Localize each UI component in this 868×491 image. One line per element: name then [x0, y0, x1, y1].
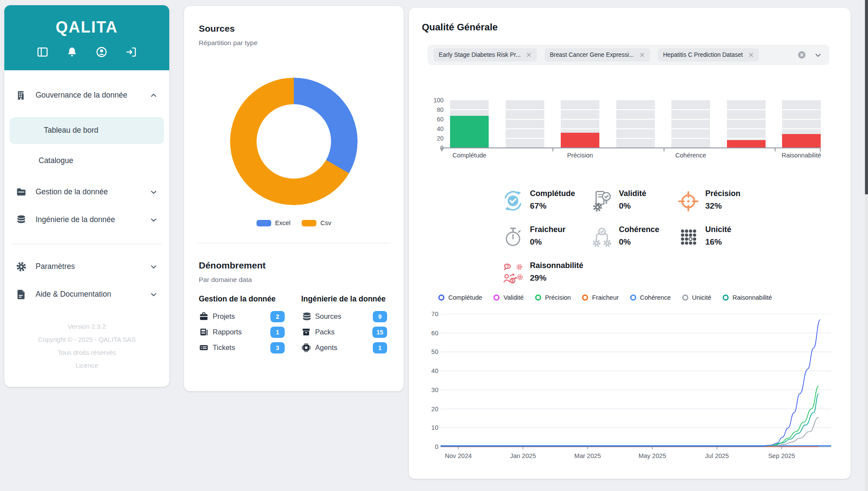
count-group-title: Ingénierie de la donnée	[301, 294, 387, 304]
chip-close-icon[interactable]	[748, 52, 754, 58]
sidebar-item-label: Catalogue	[39, 155, 136, 167]
count-badge: 9	[373, 311, 387, 322]
metric-cohérence: Cohérence0%	[590, 225, 659, 249]
count-group-1: Ingénierie de la donnéeSources9Packs15Ag…	[301, 294, 387, 357]
logout-icon[interactable]	[125, 46, 137, 58]
chip-close-icon[interactable]	[639, 52, 645, 58]
database-icon	[301, 311, 311, 321]
dataset-filter-bar[interactable]: Early Stage Diabetes Risk Pr...Breast Ca…	[427, 45, 829, 65]
sidebar-header-icons	[4, 46, 169, 58]
legend-label: Excel	[275, 219, 290, 226]
sidebar-item-label: Tableau de bord	[44, 124, 141, 136]
filter-chip-label: Early Stage Diabetes Risk Pr...	[439, 52, 521, 58]
account-icon[interactable]	[95, 46, 108, 58]
sidebar-item-label: Gouvernance de la donnée	[36, 89, 133, 101]
sidebar-item-4[interactable]: Ingénierie de la donnée	[4, 206, 169, 233]
count-row[interactable]: Sources9	[301, 311, 387, 323]
quality-title: Qualité Générale	[422, 22, 498, 33]
line-legend-item[interactable]: Validité	[493, 294, 523, 301]
bar-axis-tick	[552, 148, 553, 151]
bar-axis-tick	[664, 148, 664, 151]
line-ytick-label: 60	[431, 330, 438, 337]
bar-ytick-label: 100	[418, 97, 444, 104]
line-legend-item[interactable]: Raisonnabilité	[723, 294, 772, 301]
sidebar-item-6[interactable]: Aide & Documentation	[4, 281, 169, 308]
metric-raisonnabilité: ?$Raisonnabilité29%	[501, 261, 583, 285]
bar-gridline	[450, 119, 821, 120]
bar-category-label: Cohérence	[661, 152, 721, 159]
chevron-down-icon[interactable]	[814, 51, 822, 59]
line-series-unicité	[441, 417, 819, 446]
donut-legend-item[interactable]: Excel	[256, 219, 290, 226]
sidebar-item-0[interactable]: Gouvernance de la donnée	[4, 78, 169, 113]
chip-close-icon[interactable]	[526, 52, 532, 58]
filter-chip[interactable]: Hepatitis C Prediction Dataset	[658, 48, 759, 62]
sidebar-item-5[interactable]: Paramètres	[4, 253, 169, 280]
legend-label: Unicité	[692, 294, 711, 301]
line-legend-item[interactable]: Cohérence	[630, 294, 671, 301]
count-row[interactable]: Packs15	[301, 326, 387, 338]
sidebar-item-3[interactable]: Gestion de la donnée	[4, 179, 169, 206]
count-badge: 3	[270, 342, 285, 354]
quality-line-chart: 010203040506070Nov 2024Jan 2025Mar 2025M…	[422, 305, 834, 470]
unicite-icon	[677, 225, 700, 249]
line-series-complétude	[441, 320, 820, 446]
sources-subtitle: Répartition par type	[199, 39, 257, 47]
legend-label: Csv	[320, 219, 331, 226]
ticket-icon	[199, 343, 209, 353]
metric-value: 32%	[705, 201, 740, 211]
bar-0	[450, 116, 489, 148]
line-legend-item[interactable]: Complétude	[438, 294, 482, 301]
coherence-icon	[590, 225, 614, 249]
bar-gridline	[450, 138, 821, 139]
metric-fraicheur: Fraicheur0%	[501, 225, 566, 249]
count-row[interactable]: Projets2	[199, 311, 285, 323]
bar-track	[671, 100, 710, 148]
count-row[interactable]: Tickets3	[199, 342, 285, 354]
chevron-up-icon	[149, 91, 158, 100]
line-chart-legend: ComplétudeValiditéPrécisionFraicheurCohé…	[438, 294, 772, 301]
sidebar-item-2[interactable]: Catalogue	[4, 150, 169, 172]
bar-category-label: Complétude	[439, 152, 500, 159]
licence-link[interactable]: Licence	[4, 359, 169, 372]
line-ytick-label: 10	[431, 424, 438, 431]
count-row[interactable]: Rapports1	[199, 326, 285, 338]
count-row[interactable]: Agents1	[301, 342, 387, 354]
filter-chip[interactable]: Breast Cancer Gene Expressi...	[545, 48, 650, 62]
line-ytick-label: 30	[431, 386, 438, 393]
line-ytick-label: 20	[431, 406, 438, 412]
legend-ring	[535, 295, 541, 301]
metric-value: 16%	[705, 237, 731, 247]
legend-label: Validité	[503, 294, 523, 301]
donut-legend: ExcelCsv	[184, 219, 404, 226]
filter-chips: Early Stage Diabetes Risk Pr...Breast Ca…	[434, 48, 759, 62]
count-badge: 2	[270, 311, 285, 322]
notifications-bell-icon[interactable]	[66, 46, 78, 58]
line-legend-item[interactable]: Unicité	[682, 294, 711, 301]
sidebar-item-1[interactable]: Tableau de bord	[10, 117, 164, 144]
briefcase-icon	[199, 311, 209, 321]
metric-value: 67%	[530, 201, 575, 211]
line-legend-item[interactable]: Fraicheur	[582, 294, 618, 301]
rights-text: Tous droits réservés	[4, 346, 169, 359]
metric-label: Unicité	[705, 225, 731, 234]
line-xtick-label: Sep 2025	[768, 452, 795, 459]
count-badge: 15	[372, 327, 387, 338]
database-icon	[16, 214, 27, 226]
donut-legend-item[interactable]: Csv	[302, 219, 331, 226]
sources-donut-chart	[230, 78, 358, 205]
metric-value: 29%	[530, 273, 583, 283]
line-legend-item[interactable]: Précision	[535, 294, 571, 301]
sidebar-divider	[11, 244, 162, 244]
metric-label: Fraicheur	[530, 225, 566, 234]
count-label: Projets	[213, 312, 235, 321]
clear-filters-icon[interactable]	[798, 51, 806, 59]
line-xtick-label: Jul 2025	[705, 452, 729, 459]
scrollbar-thumb[interactable]	[865, 0, 868, 194]
bar-2	[561, 133, 599, 148]
bar-track	[506, 100, 544, 148]
app-root: QALITA Gouvernance de la donnéeTableau d…	[0, 0, 868, 491]
filter-chip[interactable]: Early Stage Diabetes Risk Pr...	[434, 48, 537, 62]
count-label: Rapports	[213, 328, 242, 336]
panel-toggle-icon[interactable]	[36, 46, 49, 58]
